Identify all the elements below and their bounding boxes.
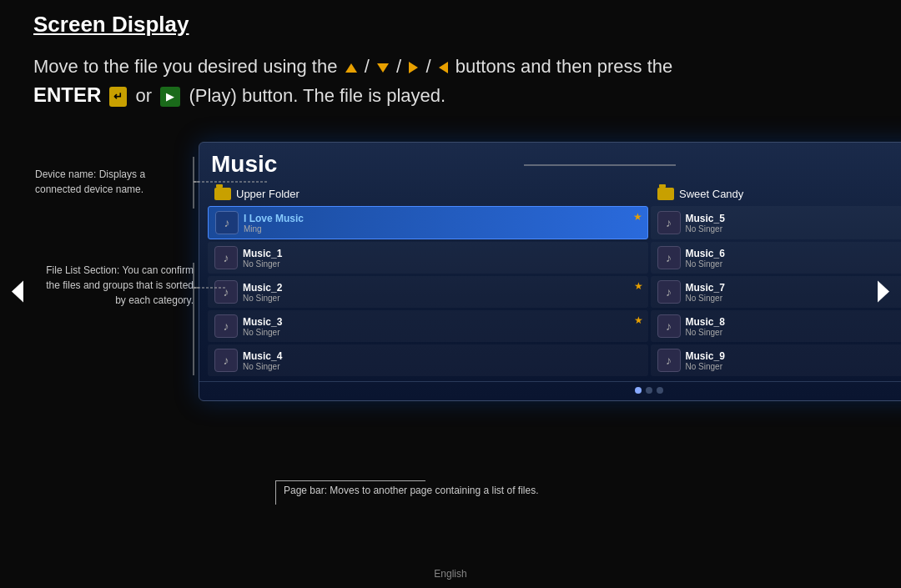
music-item[interactable]: ♪Music_5No Singer	[651, 206, 902, 239]
music-name: Music_5	[686, 213, 902, 224]
music-info: Music_7No Singer	[686, 282, 902, 303]
music-singer: No Singer	[686, 362, 902, 371]
music-note-icon: ♪	[657, 349, 681, 372]
music-name: Music_3	[243, 316, 642, 328]
enter-label: ENTER	[33, 83, 101, 106]
music-info: Music_5No Singer	[686, 213, 902, 234]
sweet-candy-folder-icon	[657, 188, 674, 200]
music-note-icon: ♪	[215, 211, 239, 234]
music-name: I Love Music	[244, 213, 641, 224]
music-note-icon: ♪	[657, 246, 681, 269]
sweet-candy-label: Sweet Candy	[679, 188, 743, 200]
sweet-candy-item[interactable]: Sweet Candy	[651, 184, 901, 204]
arrow-down-icon	[377, 63, 389, 73]
music-info: Music_4No Singer	[243, 350, 642, 371]
music-name: Music_7	[686, 282, 902, 294]
annotation-filelist: File List Section: You can confirm the f…	[35, 263, 194, 308]
music-info: Music_8No Singer	[686, 316, 902, 337]
music-info: Music_9No Singer	[686, 350, 902, 371]
music-panel: Music SUM 🏠 ⊞ ≡	[199, 142, 901, 401]
music-item[interactable]: ♪Music_3No Singer★	[208, 310, 648, 342]
music-item[interactable]: ♪Music_9No Singer★	[651, 344, 902, 376]
star-icon: ★	[634, 314, 643, 326]
nav-left-arrow[interactable]	[10, 279, 25, 309]
arrow-right-icon	[409, 62, 418, 73]
page-bar-annotation-horiz	[275, 480, 425, 481]
nav-right-arrow[interactable]	[876, 279, 891, 309]
music-item[interactable]: ♪Music_1No Singer	[208, 242, 648, 274]
music-name: Music_8	[686, 316, 902, 328]
page-bar[interactable]	[199, 381, 901, 400]
upper-folder-item[interactable]: Upper Folder	[208, 184, 647, 204]
footer: English	[434, 568, 466, 580]
folder-icon	[214, 188, 231, 200]
music-note-icon: ♪	[214, 314, 238, 338]
music-singer: No Singer	[686, 224, 902, 234]
page-bar-annotation-line	[275, 481, 276, 505]
music-note-icon: ♪	[214, 280, 238, 304]
music-info: Music_3No Singer	[243, 316, 642, 337]
music-item[interactable]: ♪Music_2No Singer★	[208, 276, 648, 308]
music-info: Music_1No Singer	[243, 248, 642, 269]
page-dot-3	[657, 387, 663, 394]
page-title: Screen Display	[33, 12, 189, 38]
arrow-left-icon	[439, 62, 448, 73]
enter-icon: ↵	[109, 87, 127, 107]
music-note-icon: ♪	[214, 246, 238, 269]
svg-marker-0	[12, 280, 23, 302]
music-singer: No Singer	[243, 362, 642, 371]
music-item[interactable]: ♪Music_7No Singer★	[651, 276, 902, 308]
star-icon: ★	[634, 280, 643, 292]
music-note-icon: ♪	[657, 211, 681, 234]
panel-header: Music SUM 🏠 ⊞ ≡	[199, 143, 901, 183]
music-singer: No Singer	[686, 294, 902, 303]
music-note-icon: ♪	[214, 349, 238, 372]
music-note-icon: ♪	[657, 314, 681, 338]
music-singer: No Singer	[243, 259, 642, 269]
annotation-device: Device name: Displays a connected device…	[35, 167, 194, 197]
music-info: Music_2No Singer	[243, 282, 642, 303]
page-dot-1	[635, 387, 642, 394]
music-singer: No Singer	[686, 259, 902, 269]
subtitle: Move to the file you desired using the /…	[33, 53, 868, 110]
music-name: Music_2	[243, 282, 642, 294]
music-info: I Love MusicMing	[244, 213, 641, 234]
music-singer: Ming	[244, 224, 641, 234]
upper-folder-label: Upper Folder	[236, 188, 299, 200]
music-item[interactable]: ♪Music_4No Singer	[208, 344, 648, 376]
music-singer: No Singer	[243, 328, 642, 337]
music-name: Music_6	[686, 248, 902, 259]
music-name: Music_9	[686, 350, 902, 362]
page-dot-2	[646, 387, 652, 394]
music-item[interactable]: ♪Music_8No Singer	[651, 310, 902, 342]
page-bar-annotation-text: Page bar: Moves to another page containi…	[284, 485, 539, 496]
music-file-grid: ♪I Love MusicMing★♪Music_5No Singer♪Musi…	[208, 206, 901, 376]
svg-marker-1	[878, 280, 889, 302]
music-note-icon: ♪	[657, 280, 681, 304]
star-icon: ★	[633, 211, 642, 223]
play-icon-btn: ▶	[160, 87, 180, 107]
arrow-up-icon	[345, 63, 357, 73]
file-list: Upper Folder Sweet Candy ♪I Love MusicMi…	[199, 183, 901, 381]
music-name: Music_4	[243, 350, 642, 362]
music-singer: No Singer	[243, 294, 642, 303]
music-item[interactable]: ♪Music_6No Singer	[651, 242, 902, 274]
music-name: Music_1	[243, 248, 642, 259]
music-singer: No Singer	[686, 328, 902, 337]
header: Screen Display Move to the file you desi…	[0, 0, 901, 118]
diagram-area: Device name: Displays a connected device…	[0, 142, 901, 563]
music-item[interactable]: ♪I Love MusicMing★	[208, 206, 648, 239]
panel-title: Music	[211, 151, 277, 178]
music-info: Music_6No Singer	[686, 248, 902, 269]
